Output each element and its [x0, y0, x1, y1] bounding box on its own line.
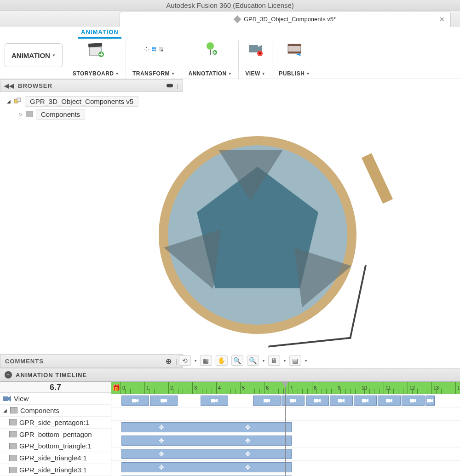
timeline-tracks[interactable]: 🎁 01234567891011121314 ✥✥ ✥✥ ✥✥ ✥✥ ✥✥: [111, 382, 460, 476]
timeline-components-track[interactable]: ◢ Components: [0, 405, 111, 417]
timeline-action-clip[interactable]: ✥✥: [121, 449, 292, 459]
timeline-view-clip[interactable]: [402, 396, 425, 406]
timeline-title: ANIMATION TIMELINE: [16, 372, 87, 379]
toggle-icon[interactable]: [167, 84, 173, 87]
chevron-down-icon: ▼: [87, 17, 91, 21]
look-at-button[interactable]: ▦: [200, 356, 212, 366]
timeline-view-clips: [111, 394, 460, 407]
orbit-button[interactable]: ⟲: [179, 356, 191, 366]
timeline-component-row[interactable]: GPR_side_pentagon:1: [0, 417, 111, 429]
tree-root[interactable]: ◢ GPR_3D_Object_Components v5: [2, 95, 181, 108]
publish-button[interactable]: [285, 40, 304, 58]
chevron-down-icon: ▾: [284, 359, 286, 363]
navigation-toolbar: ⟲▾ ▦ ✋ 🔍 🔍▾ 🖥▾ ▤▾: [179, 354, 307, 367]
browser-header: ◀◀ BROWSER |: [0, 79, 183, 92]
svg-rect-7: [152, 50, 153, 51]
timeline-view-clip[interactable]: [253, 396, 281, 406]
collapse-triangle-icon[interactable]: ◢: [3, 408, 7, 413]
comments-panel-header[interactable]: COMMENTS ⊕ |: [0, 354, 183, 368]
save-button[interactable]: [38, 15, 46, 23]
save-icon: [38, 15, 46, 23]
timeline-component-row[interactable]: GPR_bottom_pentagon: [0, 429, 111, 441]
timeline-component-label: GPR_side_triangle3:1: [19, 466, 87, 474]
collapse-triangle-icon[interactable]: ◢: [6, 99, 11, 104]
app-title: Autodesk Fusion 360 (Education License): [166, 1, 294, 9]
timeline-view-clip[interactable]: [426, 396, 435, 406]
timeline-view-clip[interactable]: [150, 396, 178, 406]
timeline-clip-row: ✥✥: [111, 447, 460, 461]
explode-icon[interactable]: [151, 42, 156, 56]
animation-timeline: 6.7 View ◢ Components GPR_side_pentagon:…: [0, 382, 460, 476]
timeline-view-clip[interactable]: [201, 396, 228, 406]
ribbon-group-transform: TRANSFORM▼: [126, 40, 182, 79]
body-icon: [9, 431, 17, 437]
document-tab[interactable]: GPR_3D_Object_Components v5* ✕: [120, 11, 451, 27]
collapse-timeline-button[interactable]: −: [5, 371, 12, 379]
divider-icon: |: [176, 358, 178, 365]
svg-rect-27: [314, 399, 318, 402]
timeline-components-clips: [111, 407, 460, 421]
redo-button[interactable]: ▼: [78, 15, 91, 23]
ribbon-group-storyboard: STORYBOARD▼: [66, 40, 126, 79]
chevron-down-icon: ▼: [306, 72, 310, 76]
chevron-down-icon: ▾: [305, 359, 307, 363]
show-hide-icon[interactable]: [158, 42, 163, 56]
body-icon: [9, 443, 17, 449]
undo-button[interactable]: ▼: [59, 15, 72, 23]
ribbon-toolbar: ANIMATION ▼ STORYBOARD▼ TRANSFORM▼: [0, 39, 460, 79]
zoom-button[interactable]: 🔍: [231, 356, 243, 366]
file-menu[interactable]: ▼: [17, 14, 31, 23]
timeline-action-clip[interactable]: ✥✥: [121, 436, 292, 446]
annotation-button[interactable]: [201, 40, 220, 58]
move-icon[interactable]: [144, 42, 149, 56]
timeline-component-row[interactable]: GPR_side_triangle3:1: [0, 464, 111, 476]
svg-rect-23: [161, 399, 165, 402]
workspace-switcher[interactable]: ANIMATION ▼: [5, 43, 63, 67]
timeline-component-label: GPR_side_triangle4:1: [19, 454, 87, 462]
svg-rect-29: [362, 399, 366, 402]
svg-point-10: [161, 50, 162, 51]
timeline-view-clip[interactable]: [306, 396, 329, 406]
storyboard-button[interactable]: [86, 40, 105, 58]
close-tab-button[interactable]: ✕: [439, 16, 445, 23]
timeline-view-label: View: [14, 395, 29, 402]
chevron-down-icon: ▼: [262, 72, 265, 76]
timeline-components-label: Components: [20, 407, 59, 414]
add-icon[interactable]: ⊕: [166, 357, 172, 366]
ribbon-group-publish: PUBLISH▼: [272, 40, 316, 79]
annotation-label: ANNOTATION: [189, 70, 227, 77]
divider-icon: |: [177, 82, 179, 89]
timeline-clip-row: ✥✥: [111, 474, 460, 476]
timeline-view-clip[interactable]: [354, 396, 377, 406]
timeline-view-clip[interactable]: [378, 396, 401, 406]
pan-button[interactable]: ✋: [216, 356, 228, 366]
start-marker-icon[interactable]: 🎁: [112, 384, 120, 391]
collapse-icon[interactable]: ◀◀: [4, 82, 14, 89]
svg-rect-24: [211, 399, 215, 402]
redo-icon: [78, 15, 86, 23]
timeline-view-clip[interactable]: [330, 396, 353, 406]
expand-triangle-icon[interactable]: ▷: [18, 112, 23, 117]
timeline-component-row[interactable]: GPR_side_triangle4:1: [0, 452, 111, 464]
grid-settings-button[interactable]: ▤: [289, 356, 301, 366]
timeline-playhead[interactable]: [285, 382, 286, 476]
svg-rect-22: [132, 399, 136, 402]
component-icon: [26, 111, 33, 117]
timeline-view-clip[interactable]: [121, 396, 149, 406]
timeline-view-track[interactable]: View: [0, 393, 111, 405]
timeline-component-row[interactable]: GPR_bottom_triangle:1: [0, 440, 111, 452]
display-settings-button[interactable]: 🖥: [268, 356, 280, 366]
timeline-action-clip[interactable]: ✥✥: [121, 462, 292, 472]
view-button[interactable]: [246, 40, 265, 58]
data-panel-button[interactable]: [4, 15, 11, 23]
clapperboard-icon: [87, 41, 104, 57]
svg-rect-25: [264, 399, 268, 402]
svg-rect-18: [288, 52, 301, 53]
zoom-window-button[interactable]: 🔍: [247, 356, 259, 366]
ribbon-tab-animation[interactable]: ANIMATION: [78, 27, 121, 39]
timeline-action-clip[interactable]: ✥✥: [121, 422, 292, 432]
tree-child[interactable]: ▷ Components: [2, 108, 181, 120]
svg-rect-30: [386, 399, 390, 402]
browser-title: BROWSER: [18, 82, 52, 89]
svg-rect-20: [17, 98, 21, 102]
